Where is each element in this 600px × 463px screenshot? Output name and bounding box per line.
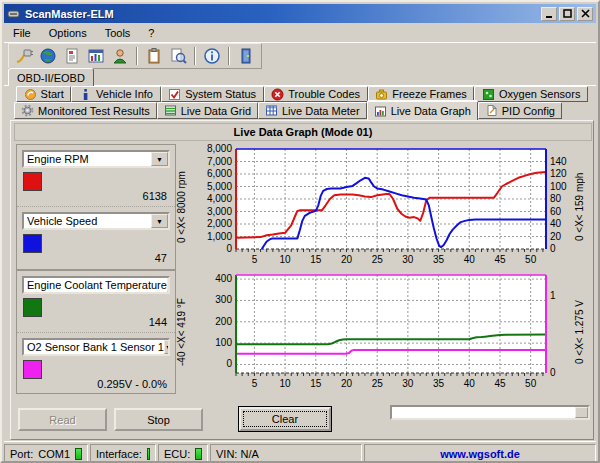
- svg-text:15: 15: [310, 254, 322, 265]
- svg-text:7,000: 7,000: [207, 156, 232, 167]
- ecu-label: ECU:: [164, 448, 190, 460]
- tab-label: Start: [41, 88, 64, 100]
- sensor-value: 0.295V - 0.0%: [97, 378, 167, 390]
- menu-options[interactable]: Options: [40, 25, 96, 41]
- trouble-codes-icon: [271, 88, 284, 101]
- report-button[interactable]: [60, 45, 84, 67]
- tab-live-data-meter[interactable]: Live Data Meter: [258, 102, 367, 119]
- svg-text:400: 400: [215, 273, 232, 284]
- chevron-down-icon[interactable]: ▼: [164, 340, 170, 354]
- stop-button[interactable]: Stop: [114, 408, 203, 431]
- menu-file[interactable]: File: [4, 25, 40, 41]
- clear-button[interactable]: Clear: [239, 407, 331, 431]
- svg-text:3,000: 3,000: [207, 206, 232, 217]
- chevron-down-icon[interactable]: ▼: [167, 278, 170, 292]
- info-icon: [203, 47, 221, 65]
- menu-tools[interactable]: Tools: [96, 25, 140, 41]
- tab-label: Freeze Frames: [392, 88, 467, 100]
- menu-help[interactable]: ?: [139, 25, 163, 41]
- minimize-button[interactable]: [541, 7, 557, 21]
- svg-text:100: 100: [215, 337, 232, 348]
- chevron-down-icon[interactable]: ▼: [151, 214, 168, 228]
- port-led-indicator: [75, 448, 82, 460]
- tab-start[interactable]: Start: [16, 86, 71, 102]
- status-website: www.wgsoft.de: [364, 444, 596, 463]
- svg-text:10: 10: [280, 254, 292, 265]
- tab-trouble-codes[interactable]: Trouble Codes: [264, 86, 368, 102]
- svg-text:0: 0: [226, 358, 232, 369]
- tab-label: PID Config: [502, 105, 555, 117]
- read-button[interactable]: Read: [18, 408, 107, 431]
- tab-oxygen-sensors[interactable]: Oxygen Sensors: [474, 86, 588, 102]
- sensor-select-1[interactable]: Engine RPM ▼: [22, 150, 170, 168]
- toolbar: [4, 42, 596, 69]
- svg-text:30: 30: [402, 378, 414, 389]
- exit-button[interactable]: [234, 45, 258, 67]
- tab-freeze-frames[interactable]: Freeze Frames: [368, 86, 475, 102]
- connect-button[interactable]: [12, 45, 36, 67]
- sensor-value: 47: [155, 252, 167, 264]
- svg-text:1: 1: [550, 290, 556, 301]
- tab-obd-ii-eobd[interactable]: OBD-II/EOBD: [8, 68, 94, 86]
- axis-label-right: 0 <X< 1.275 V: [574, 270, 590, 394]
- live-data-meter-icon: [265, 104, 278, 117]
- sensor-select-3[interactable]: Engine Coolant Temperature ▼: [22, 276, 170, 294]
- sensor-select-2[interactable]: Vehicle Speed ▼: [22, 212, 170, 230]
- tab-pid-config[interactable]: PID Config: [478, 102, 562, 119]
- tab-label: Live Data Meter: [282, 105, 360, 117]
- tab-monitored-test-results[interactable]: Monitored Test Results: [14, 102, 157, 119]
- status-vin: VIN: N/A: [210, 444, 362, 463]
- chart-window-button[interactable]: [84, 45, 108, 67]
- sensor-select-value: Vehicle Speed: [27, 215, 97, 227]
- oxygen-sensors-icon: [482, 88, 495, 101]
- tab-live-data-graph[interactable]: Live Data Graph: [367, 101, 478, 121]
- maximize-button[interactable]: [559, 7, 575, 21]
- info-button[interactable]: [200, 45, 224, 67]
- tab-row-2: Monitored Test Results Live Data Grid Li…: [14, 102, 546, 119]
- axis-label-left: 0 <X< 8000 rpm: [176, 144, 192, 270]
- series-color-swatch: [23, 234, 42, 253]
- window-title: ScanMaster-ELM: [25, 8, 539, 20]
- svg-text:40: 40: [550, 218, 562, 229]
- svg-text:40: 40: [464, 254, 476, 265]
- chart-top: 0 <X< 8000 rpm 01,0002,0003,0004,0005,00…: [176, 144, 590, 270]
- tab-vehicle-info[interactable]: Vehicle Info: [71, 86, 160, 102]
- user-button[interactable]: [108, 45, 132, 67]
- monitored-test-results-icon: [21, 104, 34, 117]
- svg-text:6,000: 6,000: [207, 168, 232, 179]
- graph-scrollbar[interactable]: [390, 405, 590, 420]
- preview-button[interactable]: [166, 45, 190, 67]
- sensor-group-bottom: Engine Coolant Temperature ▼ 144 O2 Sens…: [16, 270, 176, 394]
- status-port: Port: COM1: [4, 444, 88, 463]
- series-color-swatch: [23, 172, 42, 191]
- svg-text:0: 0: [226, 243, 232, 254]
- svg-text:40: 40: [464, 378, 476, 389]
- port-value: COM1: [38, 448, 70, 460]
- chart-bottom: -40 <X< 419 °F 0100200300400015101520253…: [176, 270, 590, 394]
- svg-text:300: 300: [215, 294, 232, 305]
- clear-button-frame: Clear: [238, 406, 332, 432]
- svg-text:60: 60: [550, 206, 562, 217]
- clipboard-button[interactable]: [142, 45, 166, 67]
- sensor-panel-vehicle-speed: Vehicle Speed ▼ 47: [17, 206, 175, 268]
- close-button[interactable]: [577, 7, 593, 21]
- svg-text:1,000: 1,000: [207, 231, 232, 242]
- tab-system-status[interactable]: System Status: [161, 86, 264, 102]
- website-link[interactable]: www.wgsoft.de: [440, 448, 520, 460]
- tab-live-data-grid[interactable]: Live Data Grid: [157, 102, 258, 119]
- sensor-value: 6138: [143, 190, 167, 202]
- preview-icon: [169, 47, 187, 65]
- series-color-swatch: [23, 360, 42, 379]
- toolbar-separator: [136, 47, 138, 65]
- svg-text:45: 45: [494, 254, 506, 265]
- sensor-panel-coolant-temp: Engine Coolant Temperature ▼ 144: [17, 271, 175, 332]
- scrollbar-thumb[interactable]: [575, 407, 588, 418]
- svg-text:25: 25: [372, 378, 384, 389]
- sensor-select-4[interactable]: O2 Sensor Bank 1 Sensor 1 ▼: [22, 338, 170, 356]
- interface-led-indicator: [147, 448, 150, 460]
- globe-button[interactable]: [36, 45, 60, 67]
- chevron-down-icon[interactable]: ▼: [151, 152, 168, 166]
- status-interface: Interface:: [90, 444, 156, 463]
- live-data-grid-icon: [164, 104, 177, 117]
- tab-label: Trouble Codes: [288, 88, 360, 100]
